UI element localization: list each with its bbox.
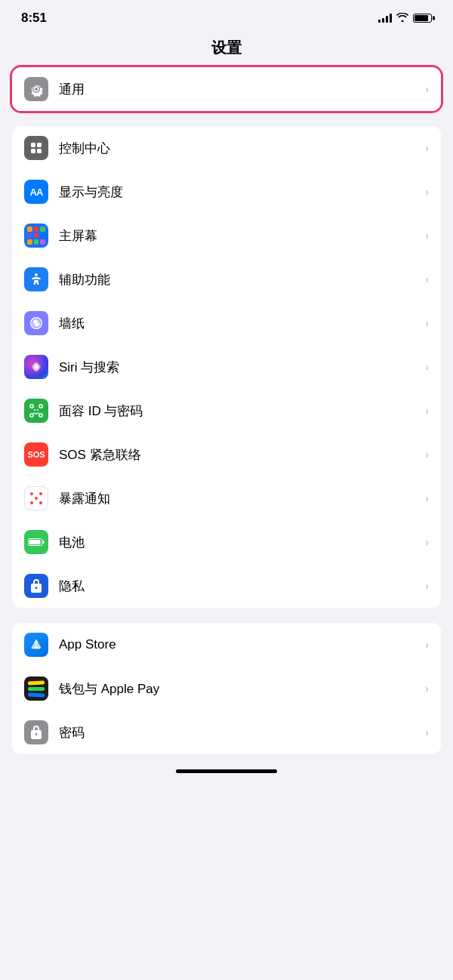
accessibility-icon xyxy=(24,267,48,291)
svg-rect-3 xyxy=(37,149,42,153)
battery-settings-icon xyxy=(24,530,48,554)
chevron-icon: › xyxy=(425,142,429,154)
wallet-label: 钱包与 Apple Pay xyxy=(59,680,419,698)
settings-item-faceid[interactable]: 面容 ID 与密码 › xyxy=(12,389,441,433)
display-icon: AA xyxy=(24,180,48,204)
home-screen-icon xyxy=(24,223,48,248)
svg-rect-10 xyxy=(39,405,42,408)
general-section: 通用 › xyxy=(12,67,441,111)
chevron-icon: › xyxy=(425,317,429,329)
faceid-icon xyxy=(24,399,48,423)
control-center-icon xyxy=(24,136,48,160)
appstore-label: App Store xyxy=(59,637,419,652)
chevron-icon: › xyxy=(425,186,429,198)
store-section: App Store › 钱包与 Apple Pay › 密码 › xyxy=(12,623,441,754)
settings-item-control-center[interactable]: 控制中心 › xyxy=(12,126,441,170)
svg-point-13 xyxy=(34,409,35,411)
svg-rect-11 xyxy=(30,414,33,417)
signal-icon xyxy=(378,14,392,23)
chevron-icon: › xyxy=(425,580,429,592)
exposure-icon xyxy=(24,486,48,510)
svg-rect-17 xyxy=(43,541,45,544)
chevron-icon: › xyxy=(425,83,429,95)
general-icon xyxy=(24,77,48,101)
chevron-icon: › xyxy=(425,448,429,461)
privacy-icon xyxy=(24,574,48,598)
general-label: 通用 xyxy=(59,81,419,98)
chevron-icon: › xyxy=(425,230,429,242)
settings-item-accessibility[interactable]: 辅助功能 › xyxy=(12,257,441,301)
control-center-label: 控制中心 xyxy=(59,140,419,157)
page-title: 设置 xyxy=(0,32,453,67)
settings-item-privacy[interactable]: 隐私 › xyxy=(12,564,441,608)
battery-label: 电池 xyxy=(59,534,419,551)
sos-icon: SOS xyxy=(24,442,48,467)
svg-point-8 xyxy=(35,365,39,369)
chevron-icon: › xyxy=(425,536,429,548)
svg-rect-1 xyxy=(37,143,42,147)
settings-item-home-screen[interactable]: 主屏幕 › xyxy=(12,214,441,257)
home-indicator xyxy=(176,769,277,773)
passwords-icon xyxy=(24,720,48,744)
chevron-icon: › xyxy=(425,405,429,417)
chevron-icon: › xyxy=(425,361,429,373)
chevron-icon: › xyxy=(425,639,429,651)
chevron-icon: › xyxy=(425,683,429,695)
svg-rect-16 xyxy=(29,540,41,544)
settings-item-display[interactable]: AA 显示与亮度 › xyxy=(12,170,441,214)
exposure-label: 暴露通知 xyxy=(59,490,419,507)
faceid-label: 面容 ID 与密码 xyxy=(59,402,419,420)
settings-item-battery[interactable]: 电池 › xyxy=(12,520,441,564)
chevron-icon: › xyxy=(425,273,429,285)
settings-item-wallet[interactable]: 钱包与 Apple Pay › xyxy=(12,667,441,710)
status-bar: 8:51 xyxy=(0,0,453,32)
home-screen-label: 主屏幕 xyxy=(59,227,419,245)
wallpaper-icon xyxy=(24,311,48,335)
status-icons xyxy=(378,12,432,24)
chevron-icon: › xyxy=(425,492,429,504)
privacy-label: 隐私 xyxy=(59,578,419,595)
svg-rect-0 xyxy=(31,143,35,147)
wallet-icon xyxy=(24,676,48,701)
main-section: 控制中心 › AA 显示与亮度 › 主屏幕 › xyxy=(12,126,441,608)
svg-point-14 xyxy=(37,409,39,411)
wallpaper-label: 墙纸 xyxy=(59,315,419,332)
chevron-icon: › xyxy=(425,726,429,738)
battery-icon xyxy=(413,14,432,23)
wifi-icon xyxy=(396,12,408,24)
svg-rect-2 xyxy=(31,149,35,153)
siri-label: Siri 与搜索 xyxy=(59,359,419,376)
sos-label: SOS 紧急联络 xyxy=(59,446,419,464)
passwords-label: 密码 xyxy=(59,724,419,741)
settings-item-exposure[interactable]: 暴露通知 › xyxy=(12,476,441,520)
appstore-icon xyxy=(24,633,48,657)
settings-item-wallpaper[interactable]: 墙纸 › xyxy=(12,301,441,345)
siri-icon xyxy=(24,355,48,379)
accessibility-label: 辅助功能 xyxy=(59,271,419,288)
settings-item-appstore[interactable]: App Store › xyxy=(12,623,441,667)
status-time: 8:51 xyxy=(21,11,47,26)
svg-point-4 xyxy=(35,273,38,276)
svg-rect-9 xyxy=(30,405,33,408)
settings-item-siri[interactable]: Siri 与搜索 › xyxy=(12,345,441,389)
settings-item-general[interactable]: 通用 › xyxy=(12,67,441,111)
display-label: 显示与亮度 xyxy=(59,183,419,201)
settings-item-passwords[interactable]: 密码 › xyxy=(12,710,441,754)
svg-rect-12 xyxy=(39,414,42,417)
settings-item-sos[interactable]: SOS SOS 紧急联络 › xyxy=(12,433,441,476)
